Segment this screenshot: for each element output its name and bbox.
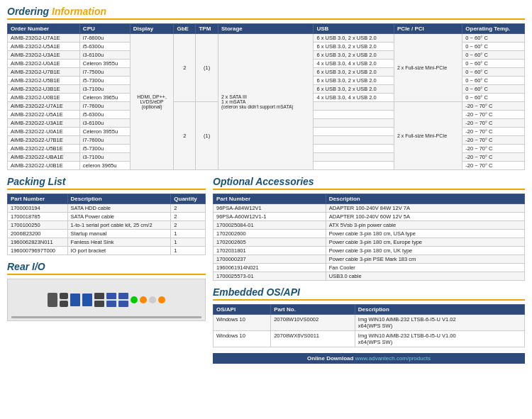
table-cell: 1702002600 [214,230,326,238]
table-cell: 96PSA-A60W12V1-1 [214,213,326,221]
table-cell: 0 ~ 60° C [462,43,525,51]
table-cell: AIMB-232G22-U7B1E [8,136,80,145]
table-cell: Fanless Heat Sink [67,238,171,247]
table-cell: AIMB-232G22-U0A1E [8,128,80,136]
table-cell: AIMB-232G2-U5B1E [8,77,80,85]
table-cell: Celeron 3965u [79,94,130,102]
table-cell: -20 ~ 70° C [462,145,525,153]
optional-section: Optional Accessories Part Number Descrip… [213,176,525,281]
table-cell: i7-7500u [79,68,130,77]
table-cell: AIMB-232G2-U5A1E [8,43,80,51]
table-cell: 1700018785 [8,213,68,221]
os-col-desc: Description [355,305,524,315]
table-cell: AIMB-232G22-U5A1E [8,111,80,119]
table-cell: 0 ~ 60° C [462,34,525,43]
ordering-section: Ordering Information Order Number CPU Di… [7,6,525,170]
page: Ordering Information Order Number CPU Di… [0,0,532,369]
opt-col-part: Part Number [214,194,326,204]
table-cell: Windows 10 [214,315,271,331]
table-cell: 1-to-1 serial port cable kit, 25 cm/2 [67,221,171,230]
table-cell: 1 [171,230,206,238]
table-cell: 2 [171,204,206,213]
table-cell: AIMB-232G2-U0A1E [8,60,80,68]
table-cell: -20 ~ 70° C [462,136,525,145]
table-cell: Celeron 3955u [79,60,130,68]
table-cell: AIMB-232G22-U0B1E [8,162,80,170]
table-cell: -20 ~ 70° C [462,111,525,119]
table-cell: i5-7300u [79,77,130,85]
table-cell: Power cable 3-pin PSE Mark 183 cm [326,255,524,264]
table-cell: Power cable 3-pin 180 cm, UK type [326,247,524,255]
table-cell: 1700025573-01 [214,272,326,281]
table-cell: AIMB-232G2-U3B1E [8,85,80,94]
table-cell: -20 ~ 70° C [462,153,525,162]
table-cell: -20 ~ 70° C [462,162,525,170]
opt-col-desc: Description [326,194,524,204]
table-cell: ATX 5Vsb 3-pin power cable [326,221,524,230]
table-cell: 0 ~ 60° C [462,77,525,85]
table-cell: 6 x USB 3.0, 2 x USB 2.0 [314,51,394,60]
table-cell: -20 ~ 70° C [462,102,525,111]
rear-io-title: Rear I/O [7,261,206,275]
col-gbe: GbE [174,24,196,34]
table-cell: Fan Cooler [326,264,524,272]
table-cell: 6 x USB 3.0, 2 x USB 2.0 [314,85,394,94]
table-cell: ADAPTER 100-240V 84W 12V 7A [326,204,524,213]
ordering-title: Ordering Information [7,6,525,20]
table-cell: AIMB-232G22-U7A1E [8,102,80,111]
table-cell: 6 x USB 3.0, 2 x USB 2.0 [314,34,394,43]
os-col-api: OS/API [214,305,271,315]
table-cell: Img WIN10 AIMB-232 LTSB-6-I5-U V1.00x64(… [355,331,524,347]
table-cell: 1 [171,238,206,247]
os-title: Embedded OS/API [213,286,525,301]
table-cell: 0 ~ 60° C [462,68,525,77]
table-cell: i7-6600u [79,34,130,43]
table-cell: IO port bracket [67,247,171,255]
table-cell: i3-6100u [79,51,130,60]
pack-col-part: Part Number [8,194,68,204]
table-cell: 20708W10VS0002 [271,315,355,331]
table-cell: i7-7600u [79,102,130,111]
table-cell: ADAPTER 100-240V 60W 12V 5A [326,213,524,221]
os-col-part: Part No. [271,305,355,315]
table-cell: AIMB-232G22-U5B1E [8,145,80,153]
download-url[interactable]: www.advantech.com/products [355,355,431,362]
table-cell: 1960061914N021 [214,264,326,272]
table-cell: 1960062823N011 [8,238,68,247]
table-cell: 0 ~ 60° C [462,51,525,60]
table-cell [314,145,394,153]
table-cell: 1 [171,247,206,255]
table-cell: Power cable 3-pin 180 cm, Europe type [326,238,524,247]
table-cell: -20 ~ 70° C [462,119,525,128]
table-cell: 6 x USB 3.0, 2 x USB 2.0 [314,68,394,77]
col-temp: Operating Temp. [462,24,525,34]
table-cell: celeron 3965u [79,162,130,170]
pack-col-desc: Description [67,194,171,204]
table-cell: AIMB-232G2-U3A1E [8,51,80,60]
table-cell: 6 x USB 3.0, 2 x USB 2.0 [314,77,394,85]
table-cell: 2 [171,221,206,230]
col-storage: Storage [218,24,314,34]
table-cell: 0 ~ 60° C [462,94,525,102]
table-cell [314,111,394,119]
table-cell: USB3.0 cable [326,272,524,281]
table-cell: 1702031801 [214,247,326,255]
table-cell: 6 x USB 3.0, 2 x USB 2.0 [314,43,394,51]
table-cell: 19600079697T000 [8,247,68,255]
col-tpm: TPM [196,24,218,34]
table-cell: 0 ~ 60° C [462,85,525,94]
pcie-cell: 2 x Full-size Mini-PCIe [394,34,462,102]
table-cell: 2 [171,213,206,221]
table-cell: 1700025084-01 [214,221,326,230]
table-cell: 1700100250 [8,221,68,230]
table-cell: i3-6100u [79,119,130,128]
table-cell: Windows 10 [214,331,271,347]
table-cell: 2006B23200 [8,230,68,238]
table-cell [314,162,394,170]
rear-io-section: Rear I/O [7,261,206,321]
table-cell [314,128,394,136]
rear-io-image [7,279,206,321]
table-cell [314,119,394,128]
table-cell: 1702002605 [214,238,326,247]
table-cell: 20708WX6VS0011 [271,331,355,347]
